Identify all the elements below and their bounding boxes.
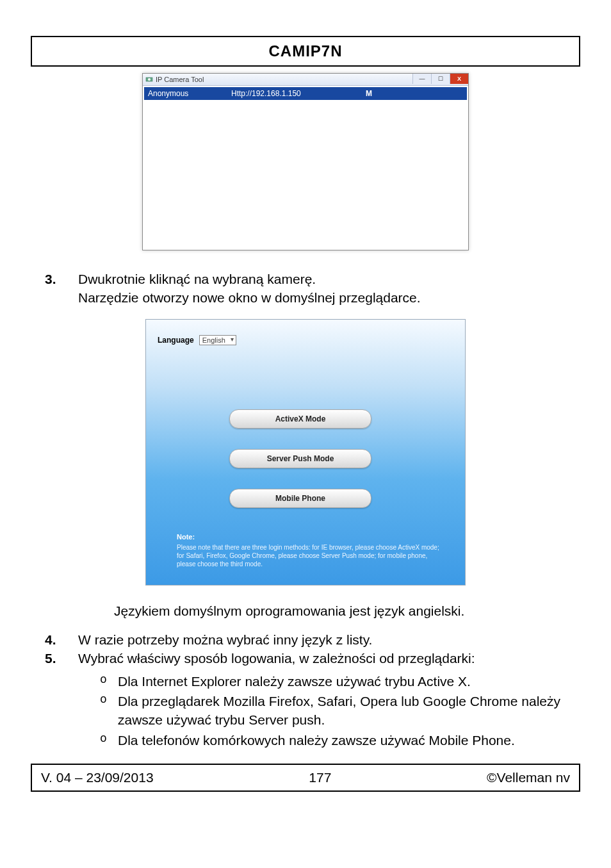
step-text: W razie potrzeby można wybrać inny język… bbox=[78, 630, 580, 649]
step-text-line: Narzędzie otworzy nowe okno w domyślnej … bbox=[78, 288, 580, 307]
language-value: English bbox=[202, 336, 225, 344]
figure-camera-tool: IP Camera Tool — ☐ X Anonymous Http://19… bbox=[142, 73, 469, 250]
page-title: CAMIP7N bbox=[268, 42, 342, 60]
note-title: Note: bbox=[177, 532, 446, 541]
camera-list-row[interactable]: Anonymous Http://192.168.1.150 M bbox=[144, 87, 467, 100]
note-body: Please note that there are three login m… bbox=[177, 543, 446, 568]
camera-flag: M bbox=[366, 89, 391, 98]
app-icon bbox=[145, 76, 153, 83]
svg-point-1 bbox=[148, 78, 151, 81]
page-title-box: CAMIP7N bbox=[31, 36, 580, 67]
step-number: 4. bbox=[45, 630, 78, 649]
language-select[interactable]: English bbox=[199, 335, 236, 345]
language-label: Language bbox=[158, 336, 194, 345]
note-block: Note: Please note that there are three l… bbox=[177, 532, 446, 568]
step-text: Wybrać właściwy sposób logowania, w zale… bbox=[78, 649, 580, 667]
list-item: Dla telefonów komórkowych należy zawsze … bbox=[100, 731, 580, 749]
button-label: ActiveX Mode bbox=[275, 414, 326, 423]
login-panel: Language English ActiveX Mode Server Pus… bbox=[145, 319, 466, 585]
language-row: Language English bbox=[158, 335, 236, 345]
footer-copyright: ©Velleman nv bbox=[487, 770, 570, 785]
server-push-mode-button[interactable]: Server Push Mode bbox=[229, 449, 371, 468]
step-5-sublist: Dla Internet Explorer należy zawsze używ… bbox=[31, 672, 580, 750]
window-titlebar: IP Camera Tool — ☐ X bbox=[143, 74, 468, 86]
footer-page-number: 177 bbox=[309, 770, 331, 785]
button-label: Server Push Mode bbox=[267, 454, 334, 463]
close-button[interactable]: X bbox=[450, 74, 468, 84]
maximize-button[interactable]: ☐ bbox=[431, 74, 450, 84]
button-label: Mobile Phone bbox=[275, 494, 325, 503]
step-5: 5. Wybrać właściwy sposób logowania, w z… bbox=[45, 649, 580, 667]
step-4: 4. W razie potrzeby można wybrać inny ję… bbox=[45, 630, 580, 649]
step-number: 3. bbox=[45, 270, 78, 307]
camera-tool-window: IP Camera Tool — ☐ X Anonymous Http://19… bbox=[142, 73, 469, 250]
window-title: IP Camera Tool bbox=[156, 76, 204, 83]
page-footer: V. 04 – 23/09/2013 177 ©Velleman nv bbox=[31, 764, 580, 792]
minimize-button[interactable]: — bbox=[412, 74, 431, 84]
paragraph-default-language: Językiem domyślnym oprogramowania jest j… bbox=[114, 603, 580, 619]
list-item: Dla przeglądarek Mozilla Firefox, Safari… bbox=[100, 692, 580, 730]
camera-name: Anonymous bbox=[148, 89, 231, 98]
mobile-phone-button[interactable]: Mobile Phone bbox=[229, 489, 371, 508]
footer-version: V. 04 – 23/09/2013 bbox=[41, 770, 154, 785]
list-item: Dla Internet Explorer należy zawsze używ… bbox=[100, 672, 580, 691]
step-text-line: Dwukrotnie kliknąć na wybraną kamerę. bbox=[78, 270, 580, 288]
figure-login-panel: Language English ActiveX Mode Server Pus… bbox=[145, 319, 466, 585]
window-body: Anonymous Http://192.168.1.150 M bbox=[143, 86, 468, 250]
activex-mode-button[interactable]: ActiveX Mode bbox=[229, 409, 371, 429]
camera-url: Http://192.168.1.150 bbox=[231, 89, 366, 98]
step-number: 5. bbox=[45, 649, 78, 667]
step-3: 3. Dwukrotnie kliknąć na wybraną kamerę.… bbox=[45, 270, 580, 307]
